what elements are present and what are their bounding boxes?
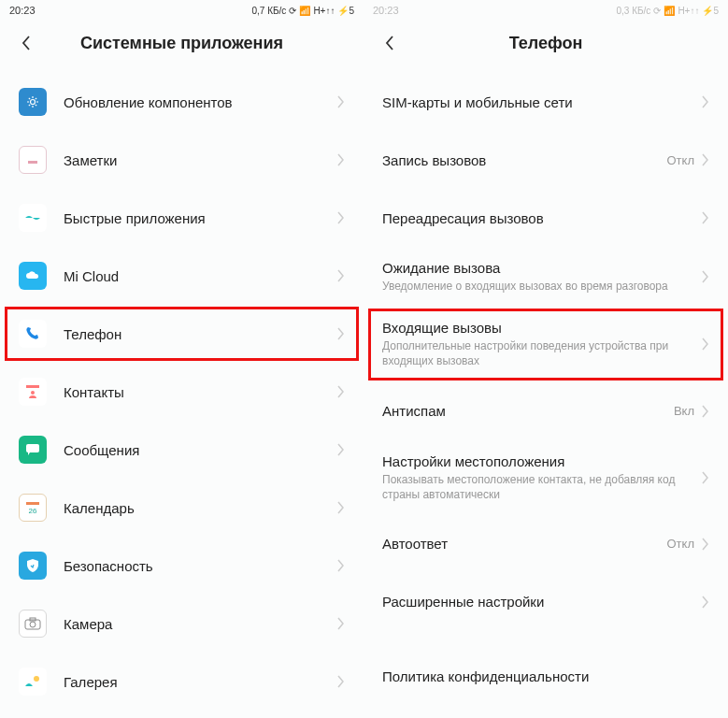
phone-left: 20:23 0,7 КБ/с ⟳ 📶 H+↑↑ ⚡5 Системные при…	[0, 0, 364, 718]
chevron-right-icon	[337, 327, 345, 340]
header: Телефон	[364, 21, 728, 65]
item-notes[interactable]: Заметки	[0, 131, 364, 189]
item-value: Откл	[667, 153, 695, 167]
statusbar: 20:23 0,7 КБ/с ⟳ 📶 H+↑↑ ⚡5	[0, 0, 364, 21]
item-auto-answer[interactable]: Автоответ Откл	[364, 515, 728, 573]
header: Системные приложения	[0, 21, 364, 65]
chevron-right-icon	[337, 559, 345, 572]
chevron-right-icon	[702, 538, 709, 551]
messages-icon	[19, 436, 47, 464]
item-label: Антиспам	[382, 403, 674, 419]
item-label: Настройки местоположения	[382, 453, 702, 469]
svg-text:26: 26	[29, 507, 37, 515]
item-call-waiting[interactable]: Ожидание вызова Уведомление о входящих в…	[364, 247, 728, 307]
status-indicators: 0,3 КБ/с ⟳ 📶 H+↑↑ ⚡5	[617, 6, 719, 16]
svg-rect-2	[26, 385, 39, 388]
chevron-right-icon	[702, 211, 709, 224]
item-label: Политика конфиденциальности	[382, 668, 709, 684]
svg-point-3	[31, 391, 35, 395]
item-gallery[interactable]: Галерея	[0, 653, 364, 711]
item-sim-cards[interactable]: SIM-карты и мобильные сети	[364, 73, 728, 131]
item-advanced-settings[interactable]: Расширенные настройки	[364, 573, 728, 631]
item-updates[interactable]: Обновление компонентов	[0, 73, 364, 131]
item-label: Заметки	[64, 152, 337, 168]
item-label: SIM-карты и мобильные сети	[382, 94, 702, 110]
phone-icon	[19, 320, 47, 348]
page-title: Системные приложения	[15, 34, 349, 53]
item-label: Быстрые приложения	[64, 210, 337, 226]
item-call-forwarding[interactable]: Переадресация вызовов	[364, 189, 728, 247]
chevron-right-icon	[337, 617, 345, 630]
item-subtitle: Дополнительные настройки поведения устро…	[382, 338, 702, 368]
svg-rect-1	[28, 161, 37, 164]
item-location-settings[interactable]: Настройки местоположения Показывать мест…	[364, 440, 728, 515]
item-label: Ожидание вызова	[382, 260, 702, 276]
item-label: Расширенные настройки	[382, 594, 702, 610]
chevron-right-icon	[337, 501, 345, 514]
svg-rect-5	[26, 502, 39, 505]
chevron-right-icon	[337, 211, 345, 224]
status-indicators: 0,7 КБ/с ⟳ 📶 H+↑↑ ⚡5	[252, 6, 354, 16]
svg-point-0	[31, 100, 36, 105]
chevron-right-icon	[702, 270, 709, 283]
item-label: Контакты	[64, 384, 337, 400]
item-label: Телефон	[64, 326, 337, 342]
chevron-right-icon	[337, 269, 345, 282]
item-label: Mi Cloud	[64, 268, 337, 284]
item-label: Сообщения	[64, 442, 337, 458]
item-phone[interactable]: Телефон	[0, 305, 364, 363]
item-subtitle: Показывать местоположение контакта, не д…	[382, 472, 702, 502]
chevron-right-icon	[702, 471, 709, 484]
item-messages[interactable]: Сообщения	[0, 421, 364, 479]
item-security[interactable]: Безопасность	[0, 537, 364, 595]
chevron-right-icon	[702, 337, 709, 351]
shield-icon	[19, 552, 47, 580]
svg-rect-4	[26, 444, 39, 452]
item-incoming-calls[interactable]: Входящие вызовы Дополнительные настройки…	[364, 307, 728, 381]
page-title: Телефон	[378, 34, 713, 53]
settings-list: Обновление компонентов Заметки Быстрые п…	[0, 65, 364, 711]
item-label: Обновление компонентов	[64, 94, 337, 110]
status-time: 20:23	[9, 5, 36, 16]
item-label: Безопасность	[64, 558, 337, 574]
chevron-right-icon	[337, 675, 345, 688]
item-antispam[interactable]: Антиспам Вкл	[364, 382, 728, 440]
chevron-right-icon	[702, 405, 709, 418]
quick-apps-icon	[19, 204, 47, 232]
item-contacts[interactable]: Контакты	[0, 363, 364, 421]
item-label: Календарь	[64, 500, 337, 516]
settings-list: SIM-карты и мобильные сети Запись вызово…	[364, 65, 728, 706]
item-value: Откл	[667, 537, 695, 551]
item-label: Переадресация вызовов	[382, 210, 702, 226]
svg-point-8	[30, 622, 36, 627]
item-label: Галерея	[64, 674, 337, 690]
cloud-icon	[19, 262, 47, 290]
chevron-right-icon	[702, 95, 709, 108]
chevron-right-icon	[337, 95, 345, 108]
calendar-icon: 26	[19, 494, 47, 522]
contacts-icon	[19, 378, 47, 406]
item-call-recording[interactable]: Запись вызовов Откл	[364, 131, 728, 189]
item-label: Автоответ	[382, 536, 667, 552]
chevron-right-icon	[337, 443, 345, 456]
item-label: Запись вызовов	[382, 152, 667, 168]
chevron-right-icon	[337, 385, 345, 398]
svg-point-10	[34, 676, 39, 682]
chevron-right-icon	[702, 596, 709, 609]
gear-icon	[19, 88, 47, 116]
phone-right: 20:23 0,3 КБ/с ⟳ 📶 H+↑↑ ⚡5 Телефон SIM-к…	[364, 0, 728, 718]
chevron-right-icon	[337, 153, 345, 166]
item-label: Входящие вызовы	[382, 320, 702, 336]
item-mi-cloud[interactable]: Mi Cloud	[0, 247, 364, 305]
statusbar: 20:23 0,3 КБ/с ⟳ 📶 H+↑↑ ⚡5	[364, 0, 728, 21]
item-subtitle: Уведомление о входящих вызовах во время …	[382, 279, 702, 294]
gallery-icon	[19, 668, 47, 696]
item-calendar[interactable]: 26 Календарь	[0, 479, 364, 537]
camera-icon	[19, 610, 47, 638]
item-value: Вкл	[674, 404, 694, 418]
item-camera[interactable]: Камера	[0, 595, 364, 653]
notes-icon	[19, 146, 47, 174]
chevron-right-icon	[702, 153, 709, 166]
item-quick-apps[interactable]: Быстрые приложения	[0, 189, 364, 247]
item-privacy-policy[interactable]: Политика конфиденциальности	[364, 648, 728, 706]
